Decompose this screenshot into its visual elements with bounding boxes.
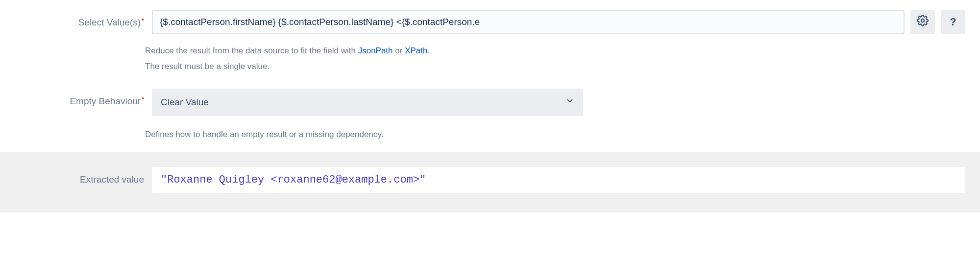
svg-point-0	[921, 19, 924, 22]
extracted-value-output: "Roxanne Quigley <roxanne62@example.com>…	[152, 167, 965, 193]
extracted-value-label: Extracted value	[15, 174, 152, 185]
jsonpath-link[interactable]: JsonPath	[358, 46, 393, 55]
select-values-label: Select Value(s)•	[15, 10, 152, 28]
select-values-help: Reduce the result from the data source t…	[0, 39, 980, 75]
empty-behaviour-help: Defines how to handle an empty result or…	[0, 121, 980, 142]
empty-behaviour-select[interactable]: Clear Value	[152, 89, 583, 116]
empty-behaviour-label: Empty Behaviour•	[15, 89, 152, 107]
select-value: Clear Value	[161, 97, 209, 108]
help-icon: ?	[950, 16, 956, 28]
required-marker: •	[142, 94, 144, 102]
gear-icon	[917, 15, 929, 29]
select-values-input[interactable]	[152, 10, 905, 34]
chevron-down-icon	[565, 96, 574, 108]
required-marker: •	[142, 16, 144, 23]
xpath-link[interactable]: XPath	[405, 46, 427, 55]
help-button[interactable]: ?	[941, 10, 965, 34]
settings-button[interactable]	[910, 10, 935, 34]
